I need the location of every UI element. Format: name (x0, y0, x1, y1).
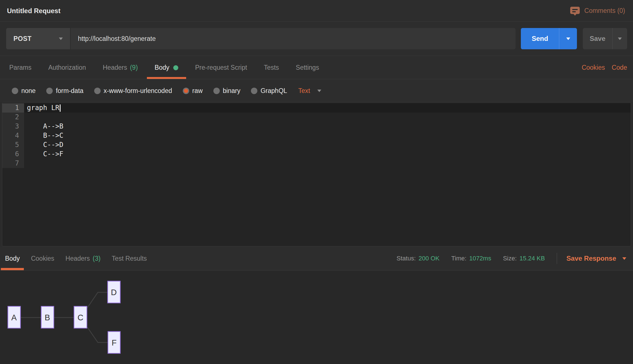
size-value: 15.24 KB (519, 255, 545, 262)
editor-line[interactable]: 1 graph LR (2, 103, 631, 113)
size-meta: Size: 15.24 KB (503, 255, 545, 262)
save-response-button[interactable]: Save Response (567, 255, 626, 262)
response-tab-test-results[interactable]: Test Results (112, 247, 147, 270)
node-label: F (112, 338, 117, 347)
code-text: graph LR (27, 104, 59, 112)
radio-icon (94, 88, 101, 94)
graph-node-d: D (108, 281, 120, 303)
tab-tests[interactable]: Tests (264, 56, 279, 79)
mode-form-data[interactable]: form-data (46, 87, 83, 95)
code-line[interactable] (24, 113, 631, 122)
editor-line[interactable]: 4 B-->C (2, 131, 631, 140)
editor-line[interactable]: 7 (2, 159, 631, 168)
tab-label: Tests (264, 64, 279, 71)
node-label: A (11, 313, 17, 322)
response-header: Body Cookies Headers(3) Test Results Sta… (0, 247, 633, 270)
tab-headers[interactable]: Headers(9) (103, 56, 138, 79)
mode-raw[interactable]: raw (183, 87, 203, 95)
line-number: 2 (2, 113, 24, 122)
format-select[interactable]: Text (298, 87, 321, 95)
response-tab-headers[interactable]: Headers(3) (66, 247, 101, 270)
editor-line[interactable]: 6 C-->F (2, 150, 631, 159)
format-label: Text (298, 87, 310, 95)
tab-params[interactable]: Params (9, 56, 31, 79)
comment-bubble-icon (570, 6, 580, 16)
graph-node-c: C (74, 306, 87, 328)
line-number: 3 (2, 122, 24, 131)
mode-label: raw (192, 87, 203, 95)
response-body: A B C D F (0, 271, 633, 364)
response-meta: Status: 200 OK Time: 1072ms Size: 15.24 … (397, 253, 633, 264)
cookies-link[interactable]: Cookies (582, 64, 605, 71)
tab-label: Body (5, 255, 20, 262)
response-tab-cookies[interactable]: Cookies (31, 247, 54, 270)
line-number: 5 (2, 140, 24, 150)
status-meta: Status: 200 OK (397, 255, 440, 262)
raw-body-editor[interactable]: 1 graph LR 2 3 A-->B 4 B-->C 5 C-->D 6 C… (2, 102, 631, 246)
chevron-down-icon (618, 38, 622, 40)
comments-button[interactable]: Comments (0) (570, 6, 625, 16)
node-label: C (78, 313, 84, 322)
mode-binary[interactable]: binary (213, 87, 241, 95)
time-meta: Time: 1072ms (451, 255, 491, 262)
mode-x-www-form-urlencoded[interactable]: x-www-form-urlencoded (94, 87, 172, 95)
tab-pre-request-script[interactable]: Pre-request Script (195, 56, 247, 79)
code-link[interactable]: Code (612, 64, 627, 71)
graph-node-b: B (41, 306, 54, 328)
radio-icon (213, 88, 220, 94)
editor-line[interactable]: 3 A-->B (2, 122, 631, 131)
graph-edge-c-d (87, 292, 108, 308)
code-line[interactable]: graph LR (24, 103, 631, 113)
node-label: D (111, 288, 117, 297)
request-tabs: Params Authorization Headers(9) Body Pre… (0, 56, 633, 79)
tab-label: Headers (66, 255, 90, 262)
status-value: 200 OK (419, 255, 440, 262)
save-label[interactable]: Save (583, 28, 613, 49)
size-label: Size: (503, 255, 517, 262)
tab-settings[interactable]: Settings (296, 56, 319, 79)
mode-none[interactable]: none (12, 87, 36, 95)
node-label: B (45, 313, 50, 322)
time-value: 1072ms (469, 255, 491, 262)
code-line[interactable]: C-->D (24, 140, 631, 150)
mode-label: form-data (56, 87, 83, 95)
code-line[interactable]: A-->B (24, 122, 631, 131)
chevron-down-icon (59, 38, 63, 40)
response-tab-body[interactable]: Body (5, 247, 20, 270)
tab-body[interactable]: Body (155, 56, 178, 79)
send-label[interactable]: Send (521, 28, 559, 49)
radio-selected-icon (183, 88, 189, 94)
mode-label: none (21, 87, 36, 95)
send-options-button[interactable] (559, 28, 577, 49)
request-title: Untitled Request (7, 7, 61, 15)
save-options-button[interactable] (613, 28, 627, 49)
request-row: POST Send Save (0, 22, 633, 56)
editor-line[interactable]: 2 (2, 113, 631, 122)
time-label: Time: (451, 255, 466, 262)
line-number: 7 (2, 159, 24, 168)
mermaid-graph: A B C D F (0, 271, 633, 364)
tab-label: Headers (103, 64, 127, 71)
code-line[interactable] (24, 159, 631, 168)
tab-label: Body (155, 64, 169, 71)
tab-label: Params (9, 64, 31, 71)
graph-node-f: F (108, 332, 120, 353)
code-line[interactable]: C-->F (24, 150, 631, 159)
send-button[interactable]: Send (521, 28, 577, 49)
graph-edge-c-f (87, 327, 108, 342)
save-button[interactable]: Save (583, 28, 627, 49)
body-mode-row: none form-data x-www-form-urlencoded raw… (0, 80, 633, 102)
editor-line[interactable]: 5 C-->D (2, 140, 631, 150)
mode-label: GraphQL (260, 87, 287, 95)
tab-authorization[interactable]: Authorization (48, 56, 86, 79)
line-number: 1 (2, 103, 24, 113)
method-select[interactable]: POST (6, 28, 71, 49)
chevron-down-icon (317, 90, 321, 92)
line-number: 6 (2, 150, 24, 159)
mode-graphql[interactable]: GraphQL (251, 87, 287, 95)
radio-icon (251, 88, 257, 94)
url-input[interactable] (71, 28, 516, 49)
mode-label: x-www-form-urlencoded (104, 87, 172, 95)
code-line[interactable]: B-->C (24, 131, 631, 140)
line-number: 4 (2, 131, 24, 140)
